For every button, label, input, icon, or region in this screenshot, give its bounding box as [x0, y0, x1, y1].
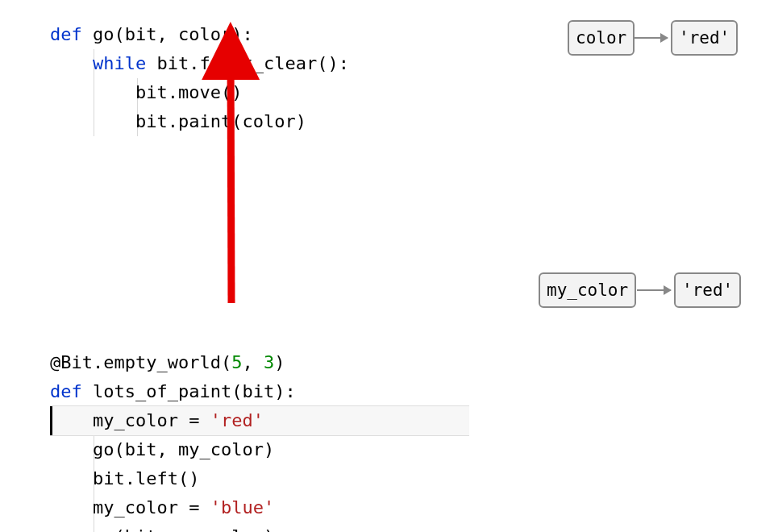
paren: (: [114, 526, 124, 532]
paren: ): [264, 526, 274, 532]
code-line: @Bit.empty_world(5, 3): [50, 348, 469, 377]
paren: ):: [274, 381, 296, 401]
value-label: 'red': [682, 281, 733, 300]
var-box-color: color: [568, 20, 635, 56]
paren: (: [231, 111, 242, 131]
paren: ):: [231, 24, 253, 44]
paren: (: [114, 439, 124, 459]
indent: [50, 53, 93, 73]
indent: [50, 439, 93, 459]
var-label: color: [576, 28, 626, 48]
function-name: go: [93, 24, 114, 44]
keyword-def: def: [50, 381, 93, 401]
indent: [50, 82, 135, 102]
string: 'blue': [210, 497, 274, 517]
call: bit.left: [93, 468, 178, 488]
paren: ():: [317, 53, 349, 73]
code-line: def lots_of_paint(bit):: [50, 377, 469, 406]
keyword-def: def: [50, 24, 93, 44]
code-line: go(bit, my_color): [50, 522, 469, 532]
var-label: my_color: [547, 281, 628, 300]
call: bit.move: [135, 82, 221, 102]
code-line: bit.move(): [50, 78, 453, 107]
code-line: bit.paint(color): [50, 107, 453, 136]
decorator: @Bit.empty_world: [50, 352, 221, 372]
var-box-my-color: my_color: [539, 272, 636, 308]
code-line: bit.left(): [50, 464, 469, 493]
number: 5: [231, 352, 242, 372]
indent: [50, 526, 93, 532]
call: bit.front_clear: [156, 53, 317, 73]
paren: (: [114, 24, 124, 44]
paren: (): [178, 468, 200, 488]
code-block-go: def go(bit, color): while bit.front_clea…: [50, 20, 453, 136]
code-block-lots-of-paint: @Bit.empty_world(5, 3) def lots_of_paint…: [50, 348, 469, 532]
assignment: my_color =: [93, 497, 210, 517]
params: bit: [242, 381, 274, 401]
params: bit, color: [125, 24, 231, 44]
indent: [50, 468, 93, 488]
paren: (: [231, 381, 242, 401]
assignment: my_color =: [93, 410, 210, 430]
code-line: my_color = 'blue': [50, 493, 469, 522]
value-label: 'red': [679, 28, 730, 48]
comma: ,: [242, 352, 264, 372]
keyword-while: while: [93, 53, 156, 73]
indent: [50, 111, 135, 131]
paren: (): [221, 82, 243, 102]
value-box-red: 'red': [674, 272, 741, 308]
paren: ): [274, 352, 285, 372]
indent: [50, 410, 93, 430]
reference-arrow: [634, 37, 668, 39]
code-line-highlighted: my_color = 'red': [50, 406, 469, 435]
arg: color: [242, 111, 295, 131]
indent: [50, 497, 93, 517]
code-line: while bit.front_clear():: [50, 49, 453, 78]
code-line: def go(bit, color):: [50, 20, 453, 49]
paren: ): [264, 439, 274, 459]
call: go: [93, 526, 114, 532]
string: 'red': [210, 410, 264, 430]
reference-arrow: [637, 289, 671, 291]
code-line: go(bit, my_color): [50, 435, 469, 464]
value-box-red: 'red': [671, 20, 738, 56]
number: 3: [264, 352, 274, 372]
function-name: lots_of_paint: [93, 381, 231, 401]
args: bit, my_color: [125, 439, 264, 459]
call: go: [93, 439, 114, 459]
args: bit, my_color: [125, 526, 264, 532]
paren: (: [221, 352, 231, 372]
paren: ): [296, 111, 306, 131]
call: bit.paint: [135, 111, 231, 131]
